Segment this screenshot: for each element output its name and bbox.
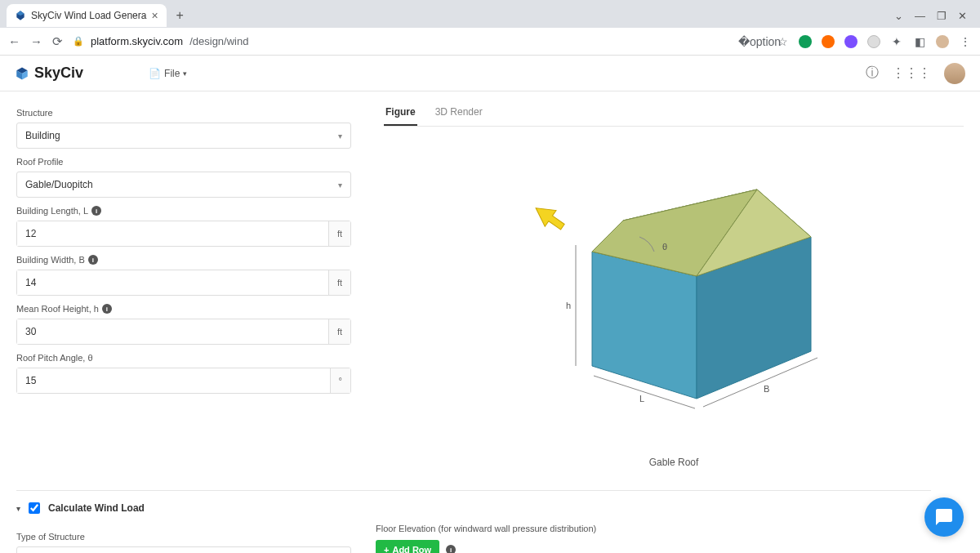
maximize-icon[interactable]: ❐ [937, 10, 947, 22]
menu-icon[interactable]: ⋮ [959, 35, 972, 48]
help-icon[interactable]: ⓘ [866, 65, 879, 82]
url-host: platform.skyciv.com [91, 35, 183, 47]
ext2-icon[interactable] [822, 35, 835, 48]
svg-text:h: h [566, 301, 571, 310]
minimize-icon[interactable]: — [915, 10, 925, 22]
length-input[interactable] [17, 221, 328, 246]
svg-text:B: B [764, 384, 769, 394]
reload-icon[interactable]: ⟳ [52, 34, 63, 49]
svg-marker-0 [592, 252, 697, 399]
close-window-icon[interactable]: ✕ [958, 10, 967, 22]
roof-profile-select[interactable]: Gable/Duopitch ▾ [16, 172, 351, 198]
file-icon: 📄 [149, 68, 161, 79]
section-title: Calculate Wind Load [48, 502, 145, 514]
info-icon[interactable]: i [102, 304, 112, 314]
collapse-icon[interactable]: ▾ [16, 504, 20, 513]
info-icon[interactable]: i [91, 206, 101, 216]
info-icon[interactable]: i [88, 255, 98, 265]
structure-label: Structure [16, 108, 351, 118]
pitch-label: Roof Pitch Angle, θ [16, 353, 351, 363]
plus-icon: + [384, 545, 389, 553]
length-label: Building Length, L i [16, 206, 351, 216]
extensions-icon[interactable]: ✦ [890, 35, 903, 48]
file-menu[interactable]: 📄 File ▾ [149, 68, 187, 79]
skyciv-favicon-icon [15, 10, 26, 21]
gable-roof-diagram: h L B θ [502, 155, 845, 433]
type-structure-select[interactable]: ASCE 7-16 - Buildings - Main Wind Force … [16, 546, 351, 553]
skyciv-logo-icon [15, 66, 29, 81]
back-icon[interactable]: ← [8, 34, 20, 48]
file-label: File [164, 68, 180, 79]
ext4-icon[interactable] [867, 35, 880, 48]
chat-button[interactable] [924, 497, 964, 537]
height-label: Mean Roof Height, h i [16, 304, 351, 314]
width-input[interactable] [17, 270, 328, 295]
apps-icon[interactable]: ⋮⋮⋮ [892, 65, 931, 81]
chevron-down-icon: ▾ [183, 69, 187, 78]
browser-tab-title: SkyCiv Wind Load Genera [31, 10, 146, 21]
structure-select[interactable]: Building ▾ [16, 123, 351, 149]
ext3-icon[interactable] [844, 35, 858, 48]
roof-profile-label: Roof Profile [16, 157, 351, 167]
chevron-down-icon: ▾ [338, 132, 342, 140]
width-label: Building Width, B i [16, 255, 351, 265]
svg-marker-12 [530, 200, 568, 235]
chevron-down-icon[interactable]: ⌄ [894, 10, 903, 22]
brand-text: SkyCiv [34, 65, 83, 82]
browser-tab[interactable]: SkyCiv Wind Load Genera × [7, 4, 167, 27]
lock-icon: 🔒 [73, 36, 84, 47]
width-unit: ft [328, 270, 350, 295]
close-tab-icon[interactable]: × [151, 9, 158, 22]
figure-canvas: h L B θ [384, 135, 964, 453]
tab-figure[interactable]: Figure [384, 100, 417, 126]
pitch-input[interactable] [17, 368, 330, 393]
figure-caption: Gable Roof [384, 457, 964, 468]
star-icon[interactable]: ☆ [776, 35, 789, 48]
address-bar[interactable]: 🔒 platform.skyciv.com/design/wind [73, 35, 743, 47]
roof-profile-value: Gable/Duopitch [25, 179, 93, 190]
chat-icon [934, 507, 954, 527]
calculate-checkbox[interactable] [29, 502, 40, 514]
length-unit: ft [328, 221, 350, 246]
new-tab-button[interactable]: + [170, 5, 190, 26]
height-unit: ft [328, 319, 350, 344]
share-icon[interactable]: �option [753, 35, 766, 48]
pitch-unit: ° [330, 368, 350, 393]
structure-value: Building [25, 130, 60, 141]
ext1-icon[interactable] [799, 35, 812, 48]
forward-icon[interactable]: → [30, 34, 42, 48]
info-icon[interactable]: i [446, 545, 456, 553]
svg-text:θ: θ [662, 242, 667, 252]
brand-logo[interactable]: SkyCiv [15, 65, 83, 82]
user-avatar[interactable] [944, 63, 965, 84]
svg-text:L: L [639, 394, 644, 404]
height-input[interactable] [17, 319, 328, 344]
profile-avatar[interactable] [936, 35, 949, 48]
chevron-down-icon: ▾ [338, 181, 342, 190]
url-path: /design/wind [189, 35, 248, 47]
tab-3d-render[interactable]: 3D Render [434, 100, 484, 126]
type-structure-label: Type of Structure [16, 532, 351, 542]
side-panel-icon[interactable]: ◧ [913, 35, 926, 48]
